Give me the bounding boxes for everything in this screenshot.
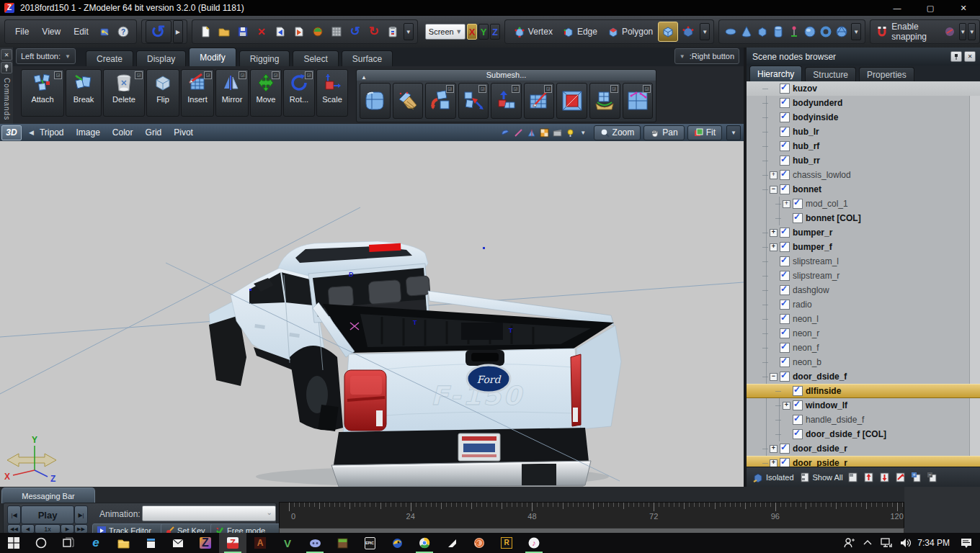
- chevron-down-icon[interactable]: ▼: [578, 127, 589, 138]
- tool-options-icon[interactable]: ◲: [512, 85, 520, 93]
- tree-node-door-dside-r[interactable]: +door_dside_r: [747, 441, 980, 456]
- zoom-button[interactable]: Zoom: [594, 125, 641, 140]
- taskbar-spiral-icon[interactable]: [466, 533, 493, 553]
- clock[interactable]: 7:34 PM: [917, 538, 950, 548]
- tree-node-door-dside-f-col-[interactable]: door_dside_f [COL]: [747, 427, 980, 441]
- go-start-button[interactable]: |◀: [7, 505, 21, 524]
- menu-view[interactable]: View: [35, 27, 67, 37]
- render-icon[interactable]: [552, 127, 563, 138]
- visibility-checkbox[interactable]: [780, 256, 790, 266]
- tab-rigging[interactable]: Rigging: [239, 50, 290, 66]
- uv-mode-toggle[interactable]: [678, 22, 698, 42]
- mode-overflow-button[interactable]: ▼: [700, 23, 710, 40]
- move-down-icon[interactable]: [878, 472, 891, 484]
- taskbar-task-view-icon[interactable]: [55, 533, 82, 553]
- tab-structure[interactable]: Structure: [805, 67, 856, 81]
- primitive-disc-icon[interactable]: [723, 23, 739, 40]
- maximize-button[interactable]: ▢: [914, 0, 947, 16]
- visibility-checkbox[interactable]: [780, 372, 790, 382]
- visibility-checkbox[interactable]: [780, 300, 790, 310]
- visibility-checkbox[interactable]: [780, 458, 790, 467]
- submesh-triangulate-button[interactable]: [556, 83, 587, 119]
- visibility-checkbox[interactable]: [780, 184, 790, 194]
- tool-options-icon[interactable]: ◲: [305, 71, 313, 79]
- tree-node-dashglow[interactable]: dashglow: [747, 283, 980, 297]
- taskbar-vindictus-icon[interactable]: V: [274, 533, 301, 553]
- expand-icon[interactable]: +: [783, 402, 790, 410]
- taskbar-zmodeler-old-icon[interactable]: Z: [192, 533, 219, 553]
- tree-node-bonnet[interactable]: −bonnet: [747, 182, 980, 197]
- people-icon[interactable]: [839, 533, 858, 553]
- taskbar-file-explorer-icon[interactable]: [110, 533, 137, 553]
- tree-node-neon-r[interactable]: neon_r: [747, 326, 980, 341]
- axis-x-button[interactable]: X: [467, 24, 477, 40]
- timeline-ruler[interactable]: 024487296120: [279, 502, 904, 529]
- submesh-panel-title[interactable]: ▲Submesh...: [357, 70, 656, 81]
- submesh-extrude-button[interactable]: ◲: [491, 83, 522, 119]
- wireframe-icon[interactable]: [513, 127, 524, 138]
- expand-icon[interactable]: +: [770, 243, 778, 251]
- collapse-icon[interactable]: −: [770, 373, 778, 381]
- visibility-checkbox[interactable]: [780, 357, 790, 367]
- new-file-icon[interactable]: [198, 24, 213, 39]
- tree-node-dlfinside[interactable]: dlfinside: [747, 384, 980, 398]
- undo-expand-button[interactable]: ▶: [173, 20, 183, 43]
- tool-options-icon[interactable]: ◲: [610, 85, 618, 93]
- menu-edit[interactable]: Edit: [67, 27, 95, 37]
- tool-options-icon[interactable]: ◲: [478, 85, 486, 93]
- delete-tool-button[interactable]: ◲ Delete: [103, 69, 145, 117]
- tool-options-icon[interactable]: ◲: [239, 71, 246, 79]
- tree-node-chassis-lowlod[interactable]: +chassis_lowlod: [747, 168, 980, 182]
- edge-mode-button[interactable]: Edge: [558, 22, 602, 41]
- tree-node-neon-b[interactable]: neon_b: [747, 355, 980, 369]
- toolbar-overflow-button[interactable]: ▼: [404, 23, 414, 40]
- expand-icon[interactable]: +: [770, 459, 778, 467]
- visibility-checkbox[interactable]: [780, 170, 790, 180]
- primitive-helper-icon[interactable]: [786, 23, 802, 40]
- visibility-checkbox[interactable]: [793, 199, 803, 209]
- visibility-checkbox[interactable]: [780, 242, 790, 252]
- expand-icon[interactable]: +: [770, 445, 778, 453]
- mirror-tool-button[interactable]: ◲ Mirror: [215, 69, 249, 117]
- submesh-brush-button[interactable]: [393, 83, 424, 119]
- facets-icon[interactable]: [526, 127, 537, 138]
- tree-node-hub-rr[interactable]: hub_rr: [747, 153, 980, 168]
- taskbar-cortana-icon[interactable]: [27, 533, 55, 553]
- fit-button[interactable]: Fit: [687, 125, 722, 140]
- texture-icon[interactable]: [539, 127, 550, 138]
- viewport-3d[interactable]: F-150 Ford D T T: [0, 141, 744, 487]
- taskbar-zmodeler-icon[interactable]: Z: [219, 533, 246, 553]
- visibility-checkbox[interactable]: [780, 156, 790, 166]
- undo-icon[interactable]: ↺: [348, 24, 362, 39]
- tab-modify[interactable]: Modify: [189, 48, 236, 66]
- flip-tool-button[interactable]: Flip: [146, 69, 179, 117]
- snap-overflow-button[interactable]: ▼: [968, 23, 976, 40]
- tree-node-slipstream-r[interactable]: slipstream_r: [747, 269, 980, 283]
- tree-node-bumper-f[interactable]: +bumper_f: [747, 240, 980, 254]
- tree-node-handle-dside-f[interactable]: handle_dside_f: [747, 413, 980, 427]
- tool-options-icon[interactable]: ◲: [54, 71, 62, 79]
- visibility-checkbox[interactable]: [780, 343, 790, 353]
- primitive-geosphere-icon[interactable]: [834, 23, 850, 40]
- screen-space-dropdown[interactable]: Screen▼: [425, 24, 466, 40]
- tab-select[interactable]: Select: [293, 50, 338, 66]
- tree-node-bumper-r[interactable]: +bumper_r: [747, 225, 980, 240]
- play-button[interactable]: Play: [21, 505, 74, 524]
- open-folder-icon[interactable]: [217, 24, 231, 39]
- submesh-shell-button[interactable]: ◲: [589, 83, 620, 119]
- taskbar-chrome-icon[interactable]: [411, 533, 438, 553]
- network-icon[interactable]: [877, 533, 896, 553]
- scene-tree[interactable]: ▲ ▼ kuzovbodyunderdbodyinsidehub_lrhub_r…: [747, 81, 980, 467]
- submesh-cut-button[interactable]: ◲: [524, 83, 555, 119]
- visibility-checkbox[interactable]: [793, 386, 803, 396]
- primitive-torus-icon[interactable]: [818, 23, 834, 40]
- vertex-mode-button[interactable]: Vertex: [509, 22, 558, 41]
- viewport-menu-tripod[interactable]: Tripod: [40, 127, 64, 138]
- submesh-smooth-button[interactable]: [360, 83, 391, 119]
- shading-icon[interactable]: [500, 127, 511, 138]
- tool-options-icon[interactable]: ◲: [643, 85, 651, 93]
- close-icon[interactable]: ✕: [964, 51, 976, 62]
- panel-split-icon[interactable]: [847, 472, 859, 484]
- visibility-checkbox[interactable]: [780, 98, 790, 108]
- minimize-button[interactable]: —: [881, 0, 914, 16]
